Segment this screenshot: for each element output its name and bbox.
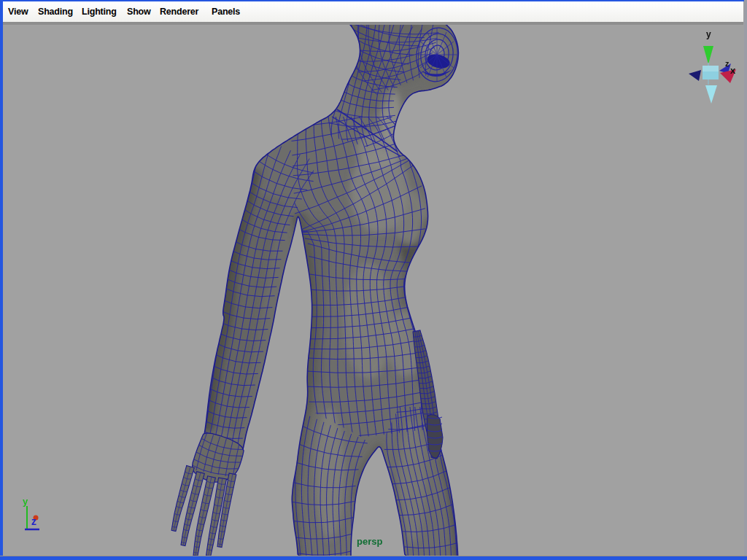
svg-text:y: y <box>706 29 711 39</box>
svg-text:z: z <box>31 516 36 527</box>
svg-text:y: y <box>23 496 28 507</box>
svg-text:z: z <box>725 59 729 68</box>
svg-text:x: x <box>730 65 736 76</box>
